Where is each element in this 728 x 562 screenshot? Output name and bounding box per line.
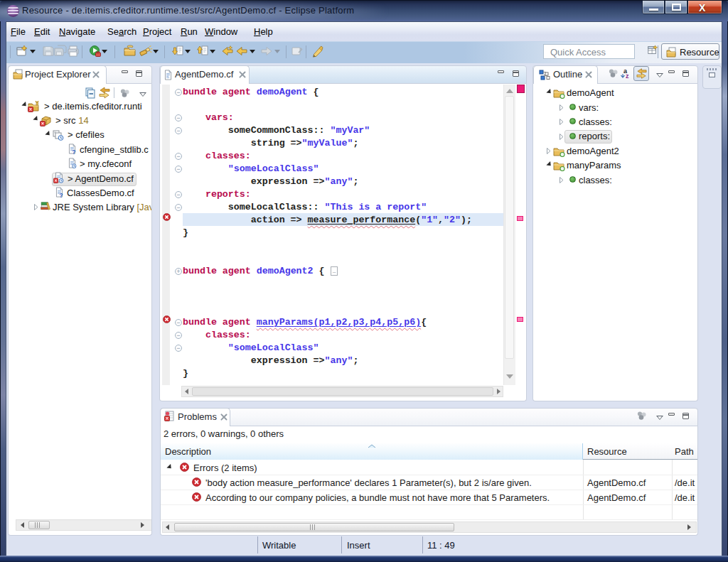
svg-text:?: ? (60, 191, 63, 198)
svg-text:?: ? (73, 148, 76, 154)
svg-text:z: z (626, 72, 629, 80)
